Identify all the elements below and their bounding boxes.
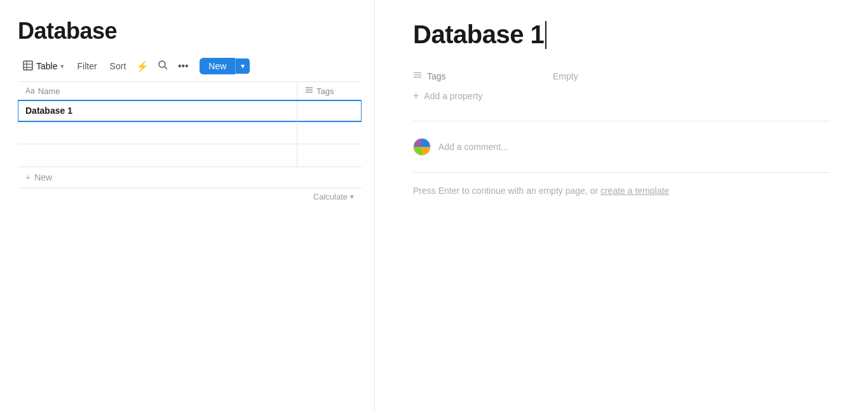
detail-title-text: Database 1: [413, 20, 544, 49]
tags-property-label: Tags: [413, 71, 553, 81]
tags-list-icon: [413, 71, 422, 81]
more-options-button[interactable]: •••: [174, 57, 192, 75]
add-property-label: Add a property: [424, 91, 482, 101]
search-button[interactable]: [154, 57, 172, 75]
right-panel: Database 1 Tags Empty + Add a property A…: [375, 0, 868, 410]
table-row[interactable]: [18, 144, 362, 167]
svg-rect-0: [24, 61, 32, 70]
new-chevron-icon: ▾: [241, 62, 245, 71]
properties-divider: [413, 121, 830, 121]
add-new-label: New: [34, 172, 52, 182]
row-tags-cell[interactable]: [297, 144, 362, 167]
toolbar: Table ▾ Filter Sort ⚡ ••• New: [18, 57, 362, 75]
table-row[interactable]: [18, 121, 362, 144]
calculate-chevron-icon: ▾: [350, 193, 354, 201]
create-template-link[interactable]: create a template: [600, 186, 669, 196]
svg-line-5: [165, 67, 167, 69]
new-button-group: New ▾: [200, 58, 250, 74]
table-header: Aa Name Tags: [18, 81, 362, 100]
add-property-plus-icon: +: [413, 90, 419, 102]
empty-hint-text: Press Enter to continue with an empty pa…: [413, 186, 600, 196]
table-view-button[interactable]: Table ▾: [18, 58, 69, 75]
text-cursor: [545, 21, 546, 49]
add-new-row-button[interactable]: + New: [18, 167, 362, 188]
comment-input[interactable]: Add a comment...: [438, 142, 508, 152]
table-row[interactable]: Database 1: [18, 100, 362, 121]
table-icon: [23, 60, 33, 72]
row-name-cell[interactable]: [18, 144, 297, 167]
sort-button[interactable]: Sort: [105, 58, 132, 74]
database-table: Aa Name Tags Database 1: [18, 81, 362, 410]
add-property-button[interactable]: + Add a property: [413, 86, 830, 106]
tags-label-text: Tags: [427, 71, 446, 81]
tags-property-row: Tags Empty: [413, 67, 830, 85]
lightning-button[interactable]: ⚡: [133, 57, 151, 75]
tags-value[interactable]: Empty: [553, 71, 578, 81]
tags-column-header: Tags: [297, 82, 362, 100]
calculate-button[interactable]: Calculate ▾: [18, 188, 362, 205]
detail-title: Database 1: [413, 20, 830, 49]
plus-icon: +: [25, 172, 31, 182]
row-tags-cell[interactable]: [297, 121, 362, 144]
database-title: Database: [18, 18, 362, 44]
filter-label: Filter: [77, 61, 97, 71]
comment-row: Add a comment...: [413, 134, 830, 160]
lightning-icon: ⚡: [136, 60, 149, 72]
name-header-label: Name: [38, 86, 60, 96]
ellipsis-icon: •••: [178, 60, 189, 72]
new-dropdown-button[interactable]: ▾: [235, 58, 250, 74]
calculate-label: Calculate: [313, 192, 348, 202]
table-label: Table: [36, 61, 57, 71]
left-panel: Database Table ▾ Filter Sort ⚡: [0, 0, 375, 410]
table-chevron-icon: ▾: [60, 62, 64, 71]
name-column-header: Aa Name: [18, 82, 297, 100]
filter-button[interactable]: Filter: [72, 58, 102, 74]
row-name-cell[interactable]: [18, 121, 297, 144]
row-name-cell[interactable]: Database 1: [18, 100, 297, 121]
tags-header-label: Tags: [316, 86, 334, 96]
list-icon: [305, 86, 313, 96]
row-tags-cell[interactable]: [297, 100, 362, 121]
new-main-button[interactable]: New: [200, 58, 235, 74]
search-icon: [158, 60, 168, 72]
sort-label: Sort: [110, 61, 126, 71]
comment-divider: [413, 172, 830, 173]
text-type-icon: Aa: [25, 86, 35, 95]
avatar: [413, 138, 431, 156]
empty-hint: Press Enter to continue with an empty pa…: [413, 186, 830, 196]
